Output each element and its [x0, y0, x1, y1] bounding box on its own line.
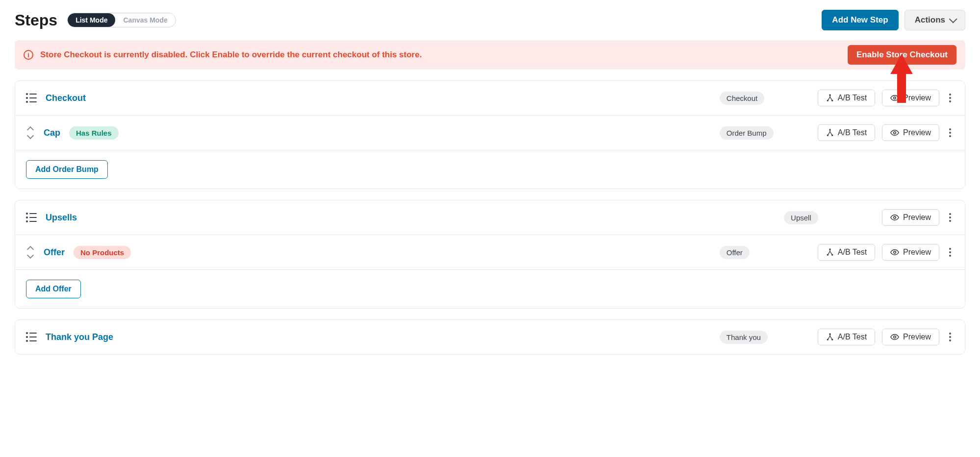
mode-canvas-button[interactable]: Canvas Mode [115, 13, 175, 27]
ab-test-icon [826, 333, 834, 341]
actions-dropdown-button[interactable]: Actions [905, 10, 965, 30]
eye-icon [890, 248, 899, 257]
preview-label: Preview [903, 248, 931, 257]
alert-banner: i Store Checkout is currently disabled. … [15, 40, 965, 70]
add-offer-button[interactable]: Add Offer [26, 280, 81, 298]
step-row-cap: Cap Has Rules Order Bump A/B Test Previe… [15, 116, 965, 150]
add-offer-row: Add Offer [15, 270, 965, 308]
eye-icon [890, 94, 899, 102]
preview-button[interactable]: Preview [882, 209, 939, 226]
ab-test-icon [826, 248, 834, 256]
ab-test-label: A/B Test [838, 248, 867, 257]
badge-thankyou: Thank you [720, 331, 768, 344]
badge-offer: Offer [720, 246, 750, 259]
add-order-bump-button[interactable]: Add Order Bump [26, 160, 108, 179]
preview-button[interactable]: Preview [882, 90, 939, 106]
badge-has-rules: Has Rules [69, 126, 119, 140]
step-link-thankyou[interactable]: Thank you Page [46, 332, 113, 342]
more-menu-button[interactable] [946, 245, 954, 260]
ab-test-button[interactable]: A/B Test [818, 124, 875, 141]
ab-test-icon [826, 94, 834, 102]
ab-test-button[interactable]: A/B Test [818, 244, 875, 261]
step-card-checkout: Checkout Checkout A/B Test Preview Cap H… [15, 80, 965, 189]
step-row-checkout-header: Checkout Checkout A/B Test Preview [15, 81, 965, 116]
preview-label: Preview [903, 94, 931, 102]
step-row-offer: Offer No Products Offer A/B Test Preview [15, 235, 965, 270]
step-link-offer[interactable]: Offer [44, 247, 65, 258]
more-menu-button[interactable] [946, 210, 954, 225]
step-card-upsells: Upsells Upsell Preview Offer No Products… [15, 200, 965, 309]
svg-point-8 [894, 216, 896, 219]
badge-no-products: No Products [74, 246, 131, 259]
svg-point-3 [894, 97, 896, 99]
badge-upsell: Upsell [784, 211, 818, 224]
svg-point-12 [894, 251, 896, 254]
alert-left: i Store Checkout is currently disabled. … [24, 50, 422, 60]
ab-test-icon [826, 129, 834, 137]
reorder-handle[interactable] [26, 247, 35, 258]
badge-order-bump: Order Bump [720, 126, 774, 140]
step-link-upsells[interactable]: Upsells [46, 213, 77, 223]
preview-label: Preview [903, 213, 931, 222]
page-header: Steps List Mode Canvas Mode Add New Step… [15, 10, 965, 30]
preview-button[interactable]: Preview [882, 124, 939, 141]
ab-test-button[interactable]: A/B Test [818, 329, 875, 345]
enable-store-checkout-button[interactable]: Enable Store Checkout [848, 45, 956, 65]
step-card-thankyou: Thank you Page Thank you A/B Test Previe… [15, 319, 965, 355]
list-icon [26, 332, 37, 342]
badge-checkout: Checkout [720, 92, 764, 105]
step-row-thankyou: Thank you Page Thank you A/B Test Previe… [15, 320, 965, 354]
more-menu-button[interactable] [946, 91, 954, 105]
chevron-down-icon [949, 15, 957, 23]
add-order-bump-row: Add Order Bump [15, 150, 965, 189]
step-link-checkout[interactable]: Checkout [46, 93, 86, 103]
page-title: Steps [15, 11, 57, 29]
actions-label: Actions [915, 15, 945, 25]
header-right: Add New Step Actions [822, 10, 965, 30]
svg-point-7 [894, 132, 896, 134]
ab-test-label: A/B Test [838, 333, 867, 341]
step-row-upsells-header: Upsells Upsell Preview [15, 200, 965, 235]
preview-label: Preview [903, 128, 931, 137]
add-new-step-button[interactable]: Add New Step [822, 10, 898, 30]
reorder-handle[interactable] [26, 127, 35, 138]
mode-toggle: List Mode Canvas Mode [67, 13, 176, 27]
more-menu-button[interactable] [946, 125, 954, 140]
mode-list-button[interactable]: List Mode [68, 13, 115, 27]
preview-label: Preview [903, 333, 931, 341]
ab-test-label: A/B Test [838, 94, 867, 102]
svg-point-16 [894, 336, 896, 338]
header-left: Steps List Mode Canvas Mode [15, 11, 176, 29]
eye-icon [890, 213, 899, 222]
alert-text: Store Checkout is currently disabled. Cl… [40, 50, 422, 60]
list-icon [26, 93, 37, 103]
more-menu-button[interactable] [946, 330, 954, 344]
list-icon [26, 213, 37, 222]
ab-test-label: A/B Test [838, 128, 867, 137]
ab-test-button[interactable]: A/B Test [818, 90, 875, 106]
step-link-cap[interactable]: Cap [44, 128, 60, 138]
eye-icon [890, 333, 899, 341]
eye-icon [890, 128, 899, 137]
preview-button[interactable]: Preview [882, 244, 939, 261]
preview-button[interactable]: Preview [882, 329, 939, 345]
info-icon: i [24, 50, 33, 60]
